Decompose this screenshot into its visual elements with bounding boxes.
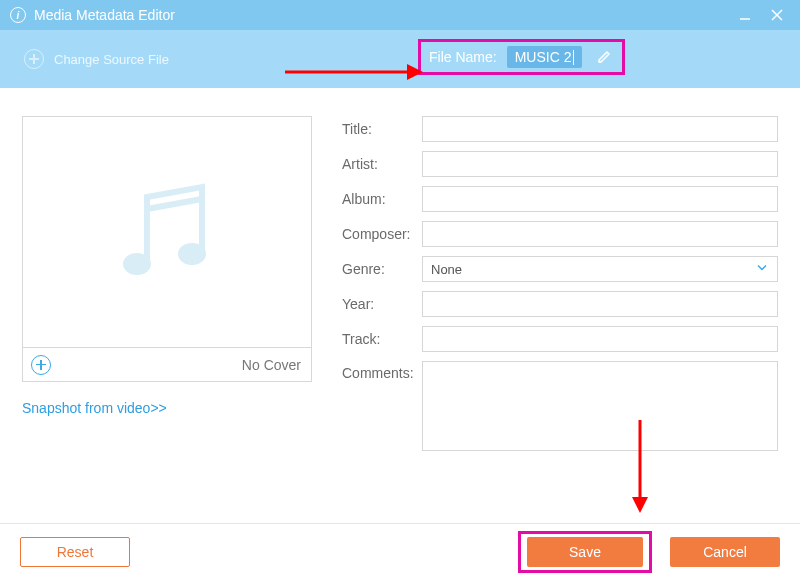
artist-label: Artist: [342, 156, 422, 172]
edit-filename-button[interactable] [596, 47, 614, 68]
footer-bar: Reset Save Cancel [0, 523, 800, 579]
reset-button[interactable]: Reset [20, 537, 130, 567]
cover-column: No Cover Snapshot from video>> [22, 116, 342, 460]
change-source-button[interactable]: Change Source File [24, 49, 169, 69]
close-button[interactable] [764, 5, 790, 25]
track-input[interactable] [422, 326, 778, 352]
genre-label: Genre: [342, 261, 422, 277]
plus-icon [24, 49, 44, 69]
annotation-arrow-horizontal [285, 57, 425, 87]
cancel-button[interactable]: Cancel [670, 537, 780, 567]
artist-input[interactable] [422, 151, 778, 177]
add-cover-button[interactable] [31, 355, 51, 375]
album-input[interactable] [422, 186, 778, 212]
title-bar: i Media Metadata Editor [0, 0, 800, 30]
track-label: Track: [342, 331, 422, 347]
year-label: Year: [342, 296, 422, 312]
file-name-label: File Name: [429, 49, 497, 65]
metadata-form: Title: Artist: Album: Composer: Genre: Y [342, 116, 778, 460]
album-label: Album: [342, 191, 422, 207]
comments-label: Comments: [342, 361, 422, 381]
svg-marker-5 [407, 64, 423, 80]
music-note-icon [102, 167, 232, 297]
change-source-label: Change Source File [54, 52, 169, 67]
window-title: Media Metadata Editor [34, 7, 726, 23]
composer-input[interactable] [422, 221, 778, 247]
title-input[interactable] [422, 116, 778, 142]
snapshot-from-video-link[interactable]: Snapshot from video>> [22, 400, 342, 416]
main-content: No Cover Snapshot from video>> Title: Ar… [0, 88, 800, 460]
no-cover-label: No Cover [242, 357, 301, 373]
file-name-input[interactable]: MUSIC 2 [507, 46, 583, 68]
svg-line-8 [147, 199, 202, 209]
info-icon: i [10, 7, 26, 23]
file-name-highlight: File Name: MUSIC 2 [418, 39, 625, 75]
comments-input[interactable] [422, 361, 778, 451]
annotation-arrow-vertical [625, 420, 655, 515]
save-highlight: Save [518, 531, 652, 573]
save-button[interactable]: Save [527, 537, 643, 567]
genre-select[interactable] [422, 256, 778, 282]
composer-label: Composer: [342, 226, 422, 242]
title-label: Title: [342, 121, 422, 137]
svg-point-6 [123, 253, 151, 275]
year-input[interactable] [422, 291, 778, 317]
svg-point-7 [178, 243, 206, 265]
cover-footer: No Cover [22, 348, 312, 382]
minimize-button[interactable] [732, 5, 758, 25]
pencil-icon [596, 47, 614, 65]
cover-art-placeholder[interactable] [22, 116, 312, 348]
svg-marker-10 [632, 497, 648, 513]
